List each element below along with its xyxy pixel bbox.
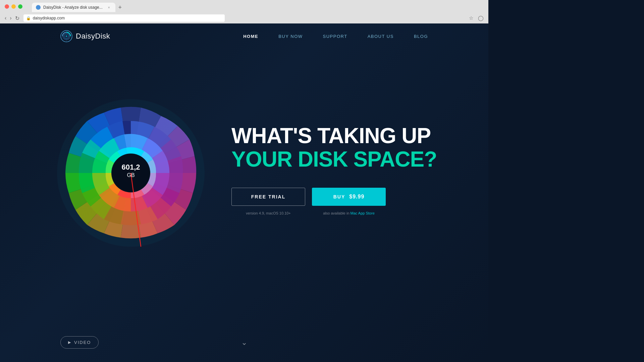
buy-button[interactable]: BUY $9.99	[312, 188, 386, 206]
url-text: daisydiskapp.com	[33, 16, 65, 20]
tab-close-icon[interactable]: ×	[107, 5, 111, 10]
headline-line1: WHAT'S TAKING UP	[231, 124, 431, 148]
buy-price: $9.99	[349, 194, 364, 200]
hero-section: 601,2 GB WHAT'S TAKING UP YOUR DISK SPAC…	[0, 49, 488, 284]
user-icon[interactable]: ◯	[478, 15, 484, 21]
headline-line2: YOUR DISK SPACE?	[231, 147, 437, 171]
nav-home[interactable]: HOME	[243, 34, 258, 39]
bookmark-icon[interactable]: ☆	[469, 15, 473, 21]
nav-support[interactable]: SUPPORT	[323, 34, 347, 39]
tab-title: DaisyDisk - Analyze disk usage...	[43, 5, 103, 10]
logo-area: DaisyDisk	[60, 30, 110, 42]
browser-nav-buttons: ‹ › ↻	[5, 15, 19, 21]
nav-about[interactable]: ABOUT US	[368, 34, 394, 39]
forward-button[interactable]: ›	[10, 15, 11, 21]
nav-blog[interactable]: BLOG	[414, 34, 428, 39]
browser-tab[interactable]: DaisyDisk - Analyze disk usage... ×	[32, 3, 115, 12]
hero-text: WHAT'S TAKING UP YOUR DISK SPACE? FREE T…	[211, 124, 455, 216]
browser-actions: ☆ ◯	[469, 15, 484, 21]
browser-titlebar: DaisyDisk - Analyze disk usage... × +	[0, 0, 488, 13]
new-tab-button[interactable]: +	[115, 3, 125, 12]
video-button[interactable]: ▶ VIDEO	[60, 336, 99, 349]
bottom-controls: ▶ VIDEO ⌄	[0, 336, 488, 349]
scroll-down-button[interactable]: ⌄	[241, 338, 247, 347]
hero-buttons: FREE TRIAL BUY $9.99	[231, 188, 455, 206]
disk-chart-container: 601,2 GB	[50, 82, 211, 257]
traffic-lights	[5, 4, 22, 9]
address-bar[interactable]: 🔒 daisydiskapp.com	[23, 14, 225, 22]
main-nav: DaisyDisk HOME BUY NOW SUPPORT ABOUT US …	[0, 23, 488, 49]
video-label: VIDEO	[74, 340, 91, 345]
tab-bar: DaisyDisk - Analyze disk usage... × +	[29, 1, 128, 12]
logo-icon	[60, 30, 72, 42]
disk-chart: 601,2 GB	[50, 82, 211, 257]
tab-favicon	[36, 5, 41, 10]
free-trial-button[interactable]: FREE TRIAL	[231, 188, 305, 206]
play-icon: ▶	[68, 340, 71, 345]
button-subtexts: version 4.9, macOS 10.10+ also available…	[231, 211, 455, 215]
mac-app-store-link[interactable]: Mac App Store	[351, 211, 375, 215]
logo-text: DaisyDisk	[76, 32, 110, 41]
close-button[interactable]	[5, 4, 9, 9]
also-available-text: also available in	[323, 211, 350, 215]
svg-text:601,2: 601,2	[121, 163, 140, 171]
website-content: DaisyDisk HOME BUY NOW SUPPORT ABOUT US …	[0, 23, 488, 362]
hero-headline: WHAT'S TAKING UP YOUR DISK SPACE?	[231, 124, 455, 171]
nav-buy[interactable]: BUY NOW	[278, 34, 303, 39]
lock-icon: 🔒	[26, 16, 31, 20]
svg-text:GB: GB	[127, 172, 135, 178]
buy-subtext: also available in Mac App Store	[312, 211, 386, 215]
back-button[interactable]: ‹	[5, 15, 6, 21]
buy-label: BUY	[333, 194, 345, 199]
maximize-button[interactable]	[18, 4, 22, 9]
refresh-button[interactable]: ↻	[15, 15, 19, 21]
browser-chrome: DaisyDisk - Analyze disk usage... × + ‹ …	[0, 0, 488, 23]
nav-links: HOME BUY NOW SUPPORT ABOUT US BLOG	[243, 34, 428, 39]
browser-addressbar: ‹ › ↻ 🔒 daisydiskapp.com ☆ ◯	[0, 13, 488, 23]
trial-subtext: version 4.9, macOS 10.10+	[231, 211, 305, 215]
minimize-button[interactable]	[11, 4, 16, 9]
